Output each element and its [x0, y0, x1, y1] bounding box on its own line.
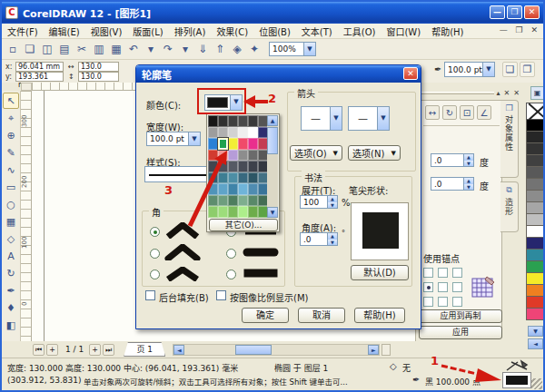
- undo-dropdown-icon[interactable]: ▾: [143, 41, 159, 57]
- rectangle-tool[interactable]: ▭: [3, 179, 19, 195]
- color-swatch[interactable]: [218, 183, 228, 195]
- menu-help[interactable]: 帮助(H): [426, 23, 469, 40]
- color-swatch[interactable]: [208, 206, 218, 218]
- horizontal-scrollbar[interactable]: ◄ ►: [173, 344, 380, 356]
- dialog-title-bar[interactable]: 轮廓笔 ✕: [136, 65, 421, 83]
- ellipse-tool[interactable]: ○: [3, 196, 19, 212]
- menu-window[interactable]: 窗口(W): [381, 23, 426, 40]
- object-width-field[interactable]: 130.0 mm: [78, 62, 119, 72]
- x-position-field[interactable]: 96.041 mm: [15, 62, 64, 72]
- color-swatch[interactable]: [208, 115, 218, 127]
- color-swatch[interactable]: [238, 150, 248, 162]
- docker-grab-bar[interactable]: [418, 92, 494, 94]
- scroll-left-icon[interactable]: ◄: [173, 345, 184, 355]
- color-swatch[interactable]: [228, 127, 238, 139]
- nib-shape-preview[interactable]: [351, 202, 409, 260]
- close-button[interactable]: ✕: [524, 5, 540, 19]
- color-swatch[interactable]: [238, 195, 248, 207]
- corel-online-icon[interactable]: ✦: [246, 41, 263, 57]
- shape-tool[interactable]: ⌖: [3, 110, 19, 126]
- menu-file[interactable]: 文件(F): [2, 23, 44, 40]
- scroll-right-icon[interactable]: ►: [368, 345, 379, 355]
- fill-tool[interactable]: ◧: [3, 317, 19, 333]
- color-swatch[interactable]: [248, 195, 258, 207]
- print-icon[interactable]: ▤: [56, 41, 73, 57]
- import-icon[interactable]: ⇓: [194, 41, 211, 57]
- last-page-icon[interactable]: ⏭: [103, 344, 114, 356]
- stretch-field[interactable]: 100 ▲▼: [300, 195, 338, 209]
- skew-v-field[interactable]: .0 ▲▼: [431, 177, 474, 191]
- linecap-round-radio[interactable]: [226, 249, 236, 259]
- transform-skew-icon[interactable]: ∠: [477, 105, 491, 120]
- color-swatch[interactable]: [248, 127, 258, 139]
- interactive-blend-tool[interactable]: ↻: [3, 265, 19, 281]
- apply-button[interactable]: 应用: [419, 326, 502, 339]
- undo-icon[interactable]: ↶: [125, 41, 142, 57]
- ruler-origin[interactable]: [21, 83, 32, 91]
- redo-icon[interactable]: ↷: [160, 41, 176, 57]
- color-swatch[interactable]: [208, 161, 218, 172]
- menu-arrange[interactable]: 排列(A): [169, 23, 212, 40]
- redo-dropdown-icon[interactable]: ▾: [177, 41, 193, 57]
- vertical-ruler[interactable]: 3002001000: [21, 91, 32, 341]
- transform-scale-icon[interactable]: ⊡: [460, 105, 474, 120]
- end-arrowhead-dropdown[interactable]: — ▼: [348, 106, 390, 131]
- color-swatch[interactable]: [218, 172, 228, 184]
- anchor-cell[interactable]: [423, 268, 433, 278]
- basic-shapes-tool[interactable]: ◇: [3, 230, 19, 247]
- color-swatch[interactable]: [228, 161, 238, 172]
- color-swatch[interactable]: [526, 120, 544, 132]
- color-swatch[interactable]: [526, 297, 544, 309]
- angle-field[interactable]: .0 ▲▼: [300, 232, 338, 246]
- page-tab[interactable]: 页 1: [124, 342, 165, 357]
- maximize-button[interactable]: ❐: [507, 5, 522, 19]
- palette-docker-icon[interactable]: ▣: [530, 86, 544, 100]
- anchor-cell[interactable]: [438, 268, 448, 278]
- color-swatch[interactable]: [248, 150, 258, 162]
- app-launcher-icon[interactable]: ◈: [229, 41, 245, 57]
- add-page-after-icon[interactable]: +: [89, 344, 101, 356]
- color-swatch[interactable]: [208, 138, 218, 150]
- color-swatch[interactable]: [248, 183, 258, 195]
- chevron-down-icon[interactable]: ▼: [303, 43, 315, 55]
- default-button[interactable]: 默认(D): [351, 265, 409, 280]
- corner-round-radio[interactable]: [150, 249, 160, 259]
- menu-effects[interactable]: 效果(C): [211, 23, 253, 40]
- palette-expand-icon[interactable]: ◄: [528, 338, 543, 349]
- outline-color-indicator[interactable]: [502, 372, 531, 388]
- color-swatch[interactable]: [228, 195, 238, 207]
- smart-drawing-tool[interactable]: ∿: [3, 162, 19, 178]
- color-swatch[interactable]: [208, 172, 218, 184]
- help-button[interactable]: 帮助(H): [354, 308, 405, 323]
- graph-paper-tool[interactable]: ▦: [3, 213, 19, 230]
- menu-text[interactable]: 文本(T): [296, 23, 338, 40]
- color-swatch[interactable]: [228, 183, 238, 195]
- outline-width-combo[interactable]: 100.0 pt ▼: [444, 62, 495, 77]
- line-style-preview[interactable]: [144, 166, 212, 182]
- scrollbar-end-box[interactable]: [382, 344, 391, 356]
- other-colors-button[interactable]: 其它(O)...: [209, 219, 278, 231]
- color-swatch[interactable]: [238, 138, 248, 150]
- close-icon[interactable]: ✕: [513, 89, 520, 97]
- chevron-down-icon[interactable]: ▼: [377, 107, 389, 130]
- linecap-square-radio[interactable]: [226, 270, 236, 279]
- anchor-cell[interactable]: [452, 282, 462, 292]
- to-back-icon[interactable]: ❐: [520, 62, 535, 77]
- rollup-icon[interactable]: ▴: [497, 89, 500, 97]
- scroll-up-icon[interactable]: ▲: [267, 115, 278, 126]
- new-icon[interactable]: ▫: [5, 41, 21, 57]
- transform-position-icon[interactable]: ↔: [425, 105, 440, 120]
- scroll-thumb[interactable]: [235, 345, 272, 355]
- color-swatch[interactable]: [218, 206, 228, 218]
- color-swatch[interactable]: [228, 172, 238, 184]
- text-tool[interactable]: A: [3, 248, 19, 264]
- color-swatch[interactable]: [208, 195, 218, 207]
- zoom-level-combo[interactable]: 100% ▼: [269, 42, 316, 56]
- tab-shaping[interactable]: ⧉ 造形: [500, 181, 519, 232]
- options-right-button[interactable]: 选项(N)▼: [348, 145, 401, 161]
- color-swatch[interactable]: [526, 143, 544, 155]
- outline-color-combo[interactable]: ▼: [204, 94, 243, 111]
- options-left-button[interactable]: 选项(O)▼: [290, 145, 342, 161]
- color-swatch[interactable]: [526, 309, 544, 320]
- copy-icon[interactable]: ▥: [91, 41, 107, 57]
